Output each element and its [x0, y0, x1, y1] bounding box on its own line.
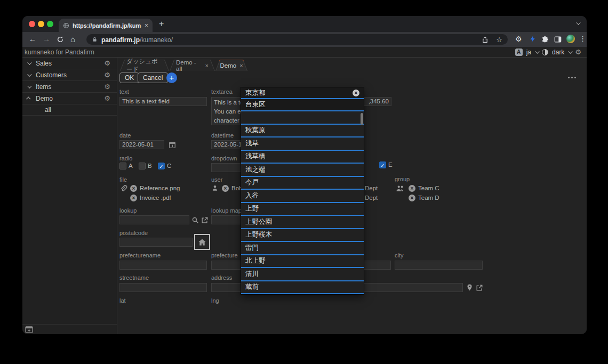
district-option[interactable]: 浅草: [241, 137, 364, 151]
streetname-field-label: streetname: [119, 274, 149, 281]
clear-selection-icon[interactable]: ×: [353, 90, 359, 96]
profile-avatar[interactable]: [566, 35, 575, 43]
radio-option-c-checked[interactable]: ✓: [158, 163, 165, 169]
theme-chevron-icon[interactable]: [569, 49, 573, 53]
map-pin-icon[interactable]: [466, 284, 473, 292]
tab-close-icon[interactable]: ×: [239, 62, 243, 69]
lookup-field-input[interactable]: [119, 215, 189, 224]
date-field-input[interactable]: 2022-05-01: [119, 140, 164, 149]
language-selector[interactable]: ja: [526, 48, 531, 56]
lat-field-label: lat: [119, 297, 126, 304]
district-option[interactable]: 蔵前: [241, 281, 364, 295]
extension-gear-icon[interactable]: ⚙: [515, 35, 522, 43]
selected-city-row[interactable]: 台東区: [241, 99, 364, 111]
share-icon[interactable]: [482, 36, 489, 43]
calendar-icon[interactable]: [169, 141, 176, 149]
postalcode-home-button[interactable]: [194, 234, 210, 250]
district-option[interactable]: 浅草橋: [241, 151, 364, 164]
checkbox-option-e-checked[interactable]: ✓: [379, 161, 386, 168]
remove-group-icon[interactable]: ×: [409, 185, 415, 192]
district-option[interactable]: 北上野: [241, 255, 364, 269]
ok-button[interactable]: OK: [119, 72, 139, 83]
theme-selector[interactable]: dark: [552, 48, 564, 56]
address-bar[interactable]: pandafirm.jp/kumaneko/ ☆: [86, 34, 508, 45]
text-field-input[interactable]: This is a text field: [119, 97, 207, 106]
tab-demo-all[interactable]: Demo - all ×: [170, 60, 215, 71]
bookmark-star-icon[interactable]: ☆: [496, 36, 502, 43]
sidebar-item-items[interactable]: Items ⚙: [22, 81, 117, 93]
dropdown-scrollbar-thumb[interactable]: [361, 113, 363, 125]
items-gear-icon[interactable]: ⚙: [104, 83, 110, 90]
radio-option-a[interactable]: [119, 163, 126, 169]
district-option[interactable]: 池之端: [241, 164, 364, 177]
remove-file-icon[interactable]: ×: [130, 185, 137, 192]
district-option[interactable]: 秋葉原: [241, 125, 364, 138]
district-option[interactable]: 清川: [241, 268, 364, 281]
remove-file-icon[interactable]: ×: [130, 195, 137, 201]
sidebar-item-label: Demo: [36, 95, 53, 102]
side-panel-icon[interactable]: [554, 36, 562, 43]
tab-demo[interactable]: Demo ×: [215, 60, 247, 71]
demo-gear-icon[interactable]: ⚙: [104, 95, 110, 102]
extensions-puzzle-icon[interactable]: [541, 36, 549, 43]
district-option[interactable]: 今戸: [241, 177, 364, 190]
district-option[interactable]: 上野桜木: [241, 229, 364, 242]
lightning-extension-icon[interactable]: [529, 35, 536, 43]
tab-search-chevron-icon[interactable]: [576, 20, 580, 25]
sidebar-item-sales[interactable]: Sales ⚙: [22, 58, 117, 69]
new-window-icon[interactable]: [25, 326, 33, 333]
sidebar-item-all[interactable]: all: [22, 104, 117, 116]
minimize-window-button[interactable]: [38, 21, 44, 27]
sidebar-item-demo[interactable]: Demo ⚙: [22, 93, 117, 104]
file-name[interactable]: Reference.png: [140, 185, 180, 191]
city-field-input[interactable]: [395, 261, 483, 270]
back-icon[interactable]: ←: [29, 35, 36, 43]
new-tab-button[interactable]: +: [159, 20, 164, 28]
contrast-icon[interactable]: [542, 49, 548, 55]
district-option[interactable]: 入谷: [241, 190, 364, 203]
forward-icon[interactable]: →: [43, 35, 50, 43]
chevron-up-icon[interactable]: [26, 96, 30, 101]
remove-group-icon[interactable]: ×: [409, 195, 415, 201]
prefecturename-field-input[interactable]: [119, 261, 207, 270]
translate-icon[interactable]: A: [515, 48, 523, 56]
chevron-down-icon[interactable]: [27, 72, 31, 76]
selected-prefecture-row[interactable]: 東京都 ×: [241, 87, 364, 99]
tab-close-icon[interactable]: ×: [205, 62, 209, 69]
person-icon: [211, 184, 219, 192]
chevron-down-icon[interactable]: [27, 84, 31, 88]
settings-gear-icon[interactable]: ⚙: [575, 48, 581, 55]
search-icon[interactable]: [191, 216, 199, 224]
radio-option-b[interactable]: [139, 163, 146, 169]
reload-icon[interactable]: [57, 36, 64, 43]
radio-option-label: C: [167, 163, 171, 169]
postalcode-field-input[interactable]: [119, 238, 193, 247]
district-option[interactable]: 上野公園: [241, 216, 364, 229]
globe-favicon-icon: [63, 22, 69, 29]
sidebar-item-customers[interactable]: Customers ⚙: [22, 69, 117, 81]
chevron-down-icon[interactable]: [27, 60, 31, 64]
external-link-icon[interactable]: [476, 284, 483, 292]
sales-gear-icon[interactable]: ⚙: [104, 60, 110, 67]
language-chevron-icon[interactable]: [535, 49, 539, 53]
external-link-icon[interactable]: [201, 216, 209, 224]
remove-user-icon[interactable]: ×: [222, 185, 229, 192]
zoom-window-button[interactable]: [47, 21, 53, 27]
group-name: Team C: [418, 185, 439, 191]
more-options-icon[interactable]: [568, 77, 576, 78]
close-window-button[interactable]: [29, 21, 35, 27]
browser-menu-dots-icon[interactable]: ⋮: [579, 35, 586, 43]
district-option[interactable]: 雷門: [241, 242, 364, 255]
tab-dashboard[interactable]: ダッシュボード: [120, 60, 169, 71]
add-record-button[interactable]: +: [166, 72, 177, 83]
streetname-field-input[interactable]: [119, 283, 207, 292]
home-icon[interactable]: ⌂: [70, 35, 75, 44]
browser-tab[interactable]: https://pandafirm.jp/kumaneko ×: [59, 19, 153, 32]
cancel-button[interactable]: Cancel: [138, 72, 168, 83]
customers-gear-icon[interactable]: ⚙: [104, 71, 110, 78]
district-option[interactable]: 上野: [241, 203, 364, 216]
address-field-label: address: [211, 274, 232, 281]
district-option-empty[interactable]: [241, 111, 364, 125]
browser-tab-close-icon[interactable]: ×: [145, 22, 148, 29]
file-name[interactable]: Invoice .pdf: [140, 195, 171, 201]
